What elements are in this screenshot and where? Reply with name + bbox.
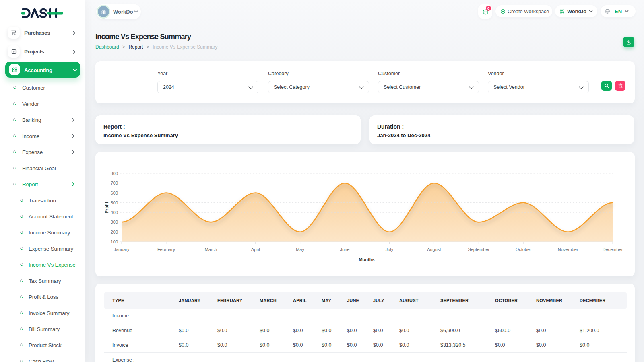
svg-text:February: February [157, 247, 175, 252]
svg-text:Profit: Profit [104, 202, 109, 213]
svg-text:200: 200 [111, 230, 118, 234]
svg-text:800: 800 [111, 171, 118, 176]
svg-text:600: 600 [111, 191, 118, 195]
svg-text:October: October [516, 247, 531, 252]
svg-text:April: April [251, 247, 260, 252]
svg-text:January: January [114, 247, 130, 252]
svg-text:August: August [427, 247, 441, 252]
svg-text:300: 300 [111, 220, 118, 224]
svg-text:July: July [386, 247, 394, 252]
svg-text:September: September [468, 247, 489, 252]
svg-text:400: 400 [111, 210, 118, 215]
svg-text:100: 100 [111, 239, 118, 244]
svg-text:500: 500 [111, 200, 118, 205]
svg-text:May: May [296, 247, 304, 252]
svg-text:Months: Months [359, 257, 374, 262]
svg-text:December: December [603, 247, 623, 252]
svg-text:June: June [340, 247, 350, 252]
svg-text:March: March [205, 247, 217, 252]
svg-text:November: November [558, 247, 578, 252]
svg-text:700: 700 [111, 181, 118, 185]
